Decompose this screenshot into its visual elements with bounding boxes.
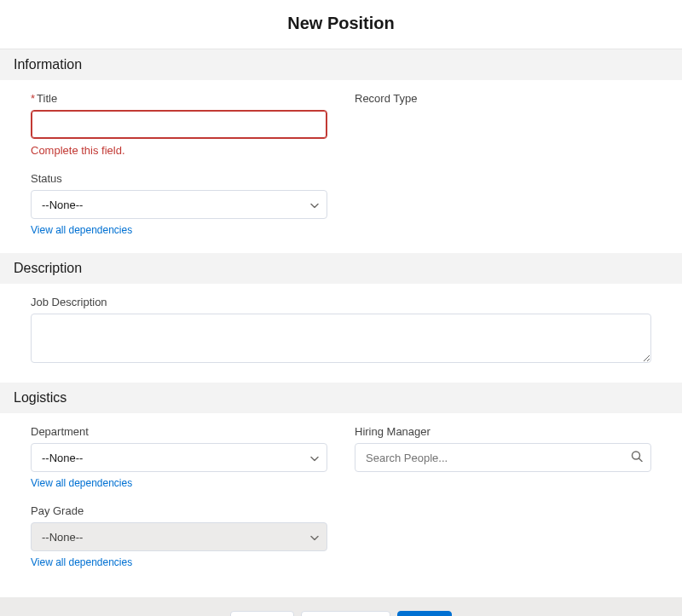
- title-input[interactable]: [31, 110, 327, 139]
- section-description-body: Job Description: [0, 284, 682, 383]
- save-and-new-button[interactable]: Save & New: [301, 611, 391, 616]
- department-label: Department: [31, 425, 327, 438]
- pay-grade-select[interactable]: --None--: [31, 522, 327, 551]
- status-label: Status: [31, 172, 327, 185]
- section-logistics-header: Logistics: [0, 383, 682, 413]
- job-description-textarea[interactable]: [31, 314, 651, 363]
- record-type-value: [355, 110, 651, 127]
- job-description-label: Job Description: [31, 296, 651, 308]
- status-dependencies-link[interactable]: View all dependencies: [31, 224, 132, 236]
- title-error-message: Complete this field.: [31, 144, 327, 157]
- page-title: New Position: [0, 0, 682, 49]
- department-select[interactable]: --None--: [31, 443, 327, 472]
- section-description-header: Description: [0, 253, 682, 284]
- pay-grade-label: Pay Grade: [31, 504, 327, 517]
- cancel-button[interactable]: Cancel: [230, 611, 293, 616]
- section-information-body: *Title Complete this field. Status --Non…: [0, 80, 682, 253]
- record-type-label: Record Type: [355, 92, 651, 105]
- hiring-manager-label: Hiring Manager: [355, 425, 651, 438]
- hiring-manager-input[interactable]: [355, 443, 651, 472]
- section-logistics-body: Department --None-- View all dependencie…: [0, 413, 682, 585]
- title-label: *Title: [31, 92, 327, 105]
- status-select[interactable]: --None--: [31, 190, 327, 219]
- required-indicator: *: [31, 92, 35, 105]
- modal-footer: Cancel Save & New Save: [0, 597, 682, 616]
- pay-grade-dependencies-link[interactable]: View all dependencies: [31, 556, 132, 568]
- save-button[interactable]: Save: [397, 611, 452, 616]
- department-dependencies-link[interactable]: View all dependencies: [31, 477, 132, 489]
- section-information-header: Information: [0, 49, 682, 80]
